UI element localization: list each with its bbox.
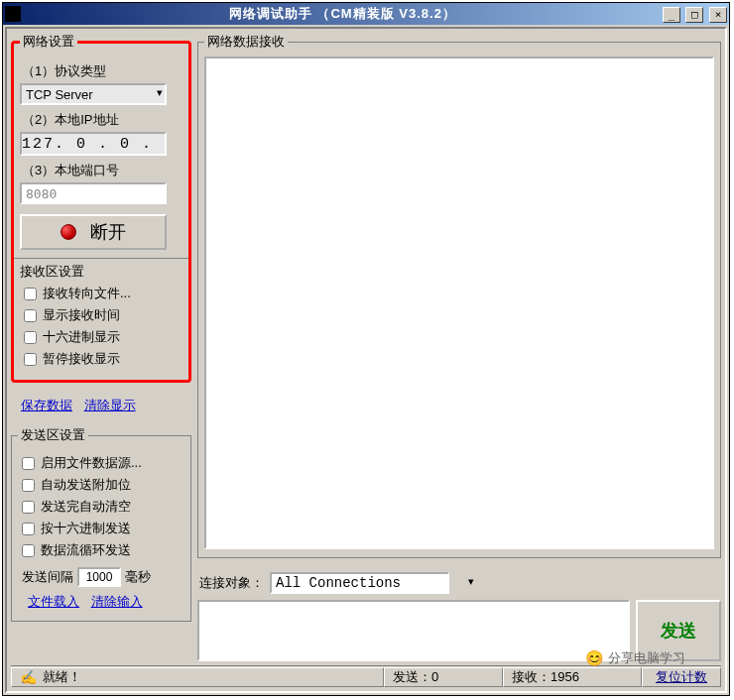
maximize-button[interactable]: □ (685, 7, 703, 23)
close-button[interactable]: × (709, 7, 727, 23)
app-icon (5, 6, 21, 22)
file-source-label: 启用文件数据源... (41, 454, 142, 472)
hex-send-label: 按十六进制发送 (41, 520, 131, 537)
interval-unit: 毫秒 (125, 568, 151, 586)
ready-icon: ✍ (20, 669, 37, 685)
send-options-legend: 发送区设置 (18, 426, 88, 444)
client-area: 网络设置 （1）协议类型 （2）本地IP地址 （3）本地端口号 断开 (5, 27, 727, 693)
auto-append-label: 自动发送附加位 (41, 476, 131, 494)
status-recv-cell: 接收：1956 (503, 667, 642, 687)
send-row: 发送 (197, 600, 721, 661)
local-port-input[interactable] (20, 182, 167, 204)
local-port-label: （3）本地端口号 (22, 162, 183, 179)
hex-display-label: 十六进制显示 (43, 328, 120, 346)
local-ip-label: （2）本地IP地址 (22, 111, 183, 129)
status-ready-text: 就绪！ (43, 668, 81, 686)
protocol-select[interactable] (20, 83, 167, 105)
show-recv-time-label: 显示接收时间 (43, 306, 120, 324)
auto-clear-label: 发送完自动清空 (41, 498, 131, 516)
recv-area-group: 网络数据接收 (197, 33, 721, 558)
file-load-link[interactable]: 文件载入 (28, 594, 79, 609)
recv-links: 保存数据 清除显示 (17, 397, 191, 414)
record-icon (61, 224, 76, 240)
status-send-text: 发送：0 (393, 668, 438, 686)
titlebar[interactable]: 网络调试助手 （CM精装版 V3.8.2） _ □ × (3, 3, 729, 25)
clear-input-link[interactable]: 清除输入 (91, 594, 143, 609)
app-window: 网络调试助手 （CM精装版 V3.8.2） _ □ × 网络设置 （1）协议类型… (2, 2, 730, 696)
reset-count-label: 复位计数 (656, 668, 707, 686)
connection-row: 连接对象： (197, 572, 721, 594)
window-title: 网络调试助手 （CM精装版 V3.8.2） (25, 5, 661, 23)
file-source-checkbox[interactable] (22, 457, 35, 470)
auto-clear-checkbox[interactable] (22, 501, 35, 514)
send-button[interactable]: 发送 (636, 600, 721, 661)
right-panel: 网络数据接收 连接对象： 发送 (197, 33, 721, 661)
disconnect-button[interactable]: 断开 (20, 214, 167, 250)
recv-to-file-label: 接收转向文件... (43, 285, 131, 302)
recv-textarea[interactable] (204, 57, 714, 549)
hex-display-checkbox[interactable] (24, 331, 37, 344)
connection-label: 连接对象： (199, 574, 264, 592)
save-data-link[interactable]: 保存数据 (21, 398, 72, 412)
pause-recv-checkbox[interactable] (24, 353, 37, 366)
hex-send-checkbox[interactable] (22, 523, 35, 535)
loop-send-label: 数据流循环发送 (41, 541, 131, 559)
recv-options-legend: 接收区设置 (20, 263, 183, 281)
loop-send-checkbox[interactable] (22, 544, 35, 557)
send-options-group: 发送区设置 启用文件数据源... 自动发送附加位 发送完自动清空 按十六进制发送… (11, 426, 191, 622)
status-recv-text: 接收：1956 (512, 668, 579, 686)
connection-select[interactable] (270, 572, 449, 594)
network-settings-legend: 网络设置 (20, 33, 77, 51)
recv-to-file-checkbox[interactable] (24, 288, 37, 300)
reset-count-button[interactable]: 复位计数 (642, 667, 721, 687)
recv-area-legend: 网络数据接收 (204, 33, 288, 51)
minimize-button[interactable]: _ (663, 7, 680, 23)
local-ip-input[interactable] (20, 132, 167, 156)
auto-append-checkbox[interactable] (22, 479, 35, 492)
disconnect-label: 断开 (90, 220, 126, 244)
send-textarea[interactable] (197, 600, 630, 661)
pause-recv-label: 暂停接收显示 (43, 350, 120, 368)
interval-input[interactable] (77, 567, 121, 587)
protocol-label: （1）协议类型 (22, 62, 183, 80)
interval-label: 发送间隔 (22, 568, 73, 586)
statusbar: ✍ 就绪！ 发送：0 接收：1956 复位计数 (11, 665, 721, 687)
status-send-cell: 发送：0 (384, 667, 503, 687)
status-ready-cell: ✍ 就绪！ (11, 667, 384, 687)
show-recv-time-checkbox[interactable] (24, 309, 37, 322)
network-settings-group: 网络设置 （1）协议类型 （2）本地IP地址 （3）本地端口号 断开 (11, 33, 191, 383)
clear-display-link[interactable]: 清除显示 (84, 398, 136, 412)
left-panel: 网络设置 （1）协议类型 （2）本地IP地址 （3）本地端口号 断开 (11, 33, 191, 661)
